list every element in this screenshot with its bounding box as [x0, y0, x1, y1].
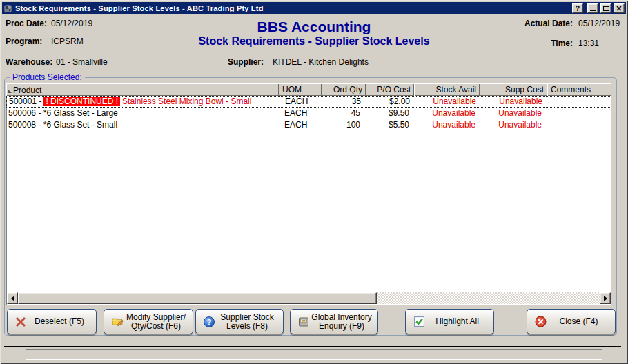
actual-date-value: 05/12/2019 [578, 19, 620, 28]
close-button[interactable] [614, 3, 625, 13]
table-row[interactable]: 500008 - *6 Glass Set - Small EACH 100 $… [6, 119, 611, 131]
proc-date-label: Proc Date: [6, 19, 47, 28]
stock-avail-cell: Unavailable [414, 108, 480, 119]
program-label: Program: [6, 37, 42, 46]
red-close-ball-icon [534, 316, 547, 328]
modify-supplier-button-label: Modify Supplier/ Qty/Cost (F6) [124, 313, 188, 331]
program-value: ICPSRM [51, 37, 84, 46]
column-header-product[interactable]: Product [6, 83, 279, 96]
deselect-button[interactable]: Deselect (F5) [7, 309, 97, 334]
divider [4, 346, 621, 347]
uom-cell: EACH [279, 119, 322, 131]
column-header-po-cost[interactable]: P/O Cost [366, 83, 414, 96]
warehouse-label: Warehouse: [6, 57, 52, 67]
minimize-button[interactable] [587, 3, 598, 13]
time-label: Time: [516, 39, 573, 48]
scroll-left-button[interactable] [7, 292, 18, 304]
uom-cell: EACH [279, 108, 322, 119]
maximize-icon [603, 6, 609, 11]
question-ball-icon: ? [203, 316, 215, 328]
ord-qty-cell: 100 [322, 119, 366, 131]
product-cell: 500001 -! DISCONTINUED !Stainless Steel … [7, 97, 279, 107]
supplier-value: KITDEL - Kitchen Delights [273, 57, 369, 67]
supplier-stock-levels-button-label: Supplier Stock Levels (F8) [215, 313, 279, 331]
supplier-label: Supplier: [228, 57, 264, 67]
discontinued-flag: ! DISCONTINUED ! [43, 97, 120, 106]
arrow-right-icon [604, 296, 607, 301]
close-icon [616, 6, 622, 11]
global-inventory-enquiry-button-label: Global Inventory Enquiry (F9) [310, 313, 373, 331]
product-cell: 500008 - *6 Glass Set - Small [6, 119, 279, 131]
question-glyph: ? [207, 318, 212, 326]
sort-indicator-icon [8, 90, 12, 93]
modify-supplier-button[interactable]: Modify Supplier/ Qty/Cost (F6) [104, 309, 193, 334]
po-cost-cell: $9.50 [366, 108, 414, 119]
ord-qty-cell: 45 [322, 108, 366, 119]
highlight-all-button[interactable]: Highlight All [405, 309, 494, 334]
deselect-button-label: Deselect (F5) [27, 317, 92, 326]
question-icon: ? [576, 5, 580, 12]
stock-avail-cell: Unavailable [414, 119, 480, 131]
warehouse-value: 01 - Smallville [56, 57, 108, 67]
comments-cell [547, 119, 611, 131]
ord-qty-cell: 35 [322, 97, 366, 107]
horizontal-scrollbar[interactable] [7, 292, 611, 304]
product-description: Stainless Steel Mixing Bowl - Small [122, 97, 251, 106]
comments-cell [547, 108, 611, 119]
po-cost-cell: $2.00 [366, 97, 415, 107]
product-code: 500001 - [9, 97, 41, 106]
table-row[interactable]: 500006 - *6 Glass Set - Large EACH 45 $9… [6, 108, 611, 119]
uom-cell: EACH [279, 97, 322, 107]
column-header-ord-qty[interactable]: Ord Qty [322, 83, 366, 96]
products-table: Product UOM Ord Qty P/O Cost Stock Avail… [6, 83, 611, 305]
minimize-icon [590, 10, 596, 11]
screen-title: Stock Requirements - Supplier Stock Leve… [107, 35, 521, 48]
po-cost-cell: $5.50 [366, 119, 414, 131]
supplier-stock-levels-button[interactable]: ? Supplier Stock Levels (F8) [195, 309, 284, 334]
cabinet-icon [297, 316, 310, 328]
close-f4-button-label: Close (F4) [547, 317, 611, 326]
supp-cost-cell: Unavailable [480, 119, 547, 131]
comments-cell [548, 97, 611, 107]
global-inventory-enquiry-button[interactable]: Global Inventory Enquiry (F9) [290, 309, 378, 334]
scroll-right-button[interactable] [600, 292, 611, 304]
actual-date-label: Actual Date: [516, 19, 573, 28]
time-value: 13:31 [578, 39, 599, 48]
scrollbar-track[interactable] [377, 292, 600, 304]
scrollbar-thumb[interactable] [18, 292, 377, 304]
status-message-field [26, 349, 602, 360]
proc-date-value: 05/12/2019 [51, 19, 92, 28]
app-icon [3, 3, 13, 13]
arrow-left-icon [11, 296, 14, 301]
column-header-product-label: Product [13, 85, 41, 95]
checkbox-check-icon [413, 316, 425, 328]
product-cell: 500006 - *6 Glass Set - Large [6, 108, 279, 119]
red-x-icon [14, 316, 27, 328]
column-header-comments[interactable]: Comments [547, 83, 611, 96]
column-header-uom[interactable]: UOM [279, 83, 322, 96]
close-f4-button[interactable]: Close (F4) [527, 309, 616, 334]
supp-cost-cell: Unavailable [480, 97, 548, 107]
supp-cost-cell: Unavailable [480, 108, 547, 119]
edit-folder-icon [111, 316, 124, 328]
column-header-stock-avail[interactable]: Stock Avail [414, 83, 480, 96]
table-row[interactable]: 500001 -! DISCONTINUED !Stainless Steel … [6, 96, 611, 108]
products-table-header: Product UOM Ord Qty P/O Cost Stock Avail… [6, 83, 611, 96]
help-button[interactable]: ? [572, 3, 583, 13]
app-title: BBS Accounting [176, 19, 452, 35]
window: Stock Requirements - Supplier Stock Leve… [0, 0, 628, 364]
stock-avail-cell: Unavailable [415, 97, 480, 107]
column-header-supp-cost[interactable]: Supp Cost [480, 83, 547, 96]
window-title: Stock Requirements - Supplier Stock Leve… [15, 4, 570, 12]
highlight-all-button-label: Highlight All [425, 317, 489, 326]
maximize-button[interactable] [600, 3, 611, 13]
titlebar: Stock Requirements - Supplier Stock Leve… [2, 2, 626, 14]
products-group-label: Products Selected: [10, 72, 85, 82]
